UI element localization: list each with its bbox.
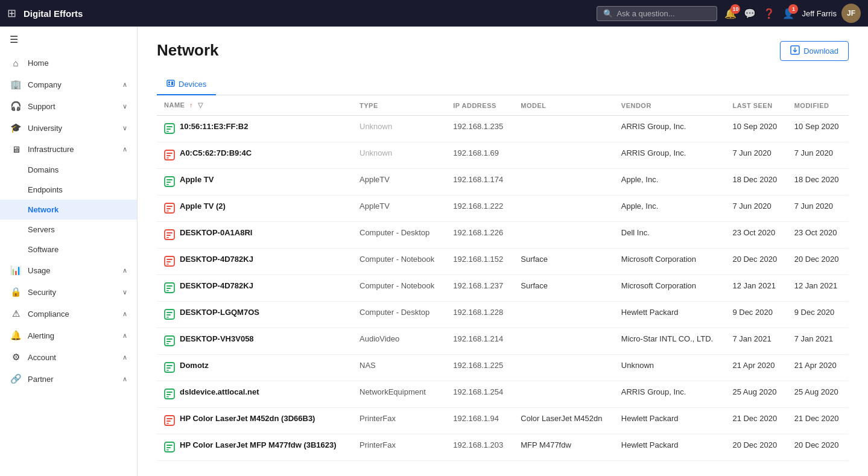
notification-bell[interactable]: 🔔 10 xyxy=(724,8,737,19)
hamburger-button[interactable]: ☰ xyxy=(0,27,137,52)
svg-rect-45 xyxy=(166,370,169,371)
sidebar-item-endpoints[interactable]: Endpoints xyxy=(0,180,137,200)
table-row[interactable]: DESKTOP-4D782KJ Computer - Notebook 192.… xyxy=(157,275,849,302)
cell-modified: 10 Sep 2020 xyxy=(787,116,849,142)
alert-icon[interactable]: 👤 1 xyxy=(782,8,794,19)
sidebar-item-network[interactable]: Network xyxy=(0,200,137,220)
table-row[interactable]: DESKTOP-VH3V058 AudioVideo 192.168.1.214… xyxy=(157,328,849,355)
app-title: Digital Efforts xyxy=(24,8,589,19)
sidebar-label-usage: Usage xyxy=(28,266,51,275)
cell-ip: 192.168.1.235 xyxy=(446,116,513,142)
company-icon: 🏢 xyxy=(10,79,22,90)
sidebar-item-home[interactable]: ⌂ Home xyxy=(0,52,137,74)
svg-rect-8 xyxy=(166,129,171,130)
col-ip[interactable]: IP ADDRESS xyxy=(446,95,513,116)
svg-rect-31 xyxy=(166,285,173,287)
university-icon: 🎓 xyxy=(10,122,22,133)
alert-badge: 1 xyxy=(788,4,798,14)
user-name: Jeff Farris xyxy=(802,9,837,18)
table-row[interactable]: dsldevice.attlocal.net NetworkEquipment … xyxy=(157,381,849,408)
sidebar-item-alerting[interactable]: 🔔 Alerting ∧ xyxy=(0,325,137,346)
cell-model xyxy=(513,195,614,222)
cell-vendor: Hewlett Packard xyxy=(614,302,726,328)
cell-type: Computer - Notebook xyxy=(352,275,446,302)
col-last-seen[interactable]: LAST SEEN xyxy=(725,95,787,116)
sidebar-label-network: Network xyxy=(28,205,59,214)
svg-rect-5 xyxy=(171,81,173,85)
cell-last-seen: 18 Dec 2020 xyxy=(725,169,787,195)
svg-rect-27 xyxy=(166,259,173,260)
cell-last-seen: 7 Jan 2021 xyxy=(725,328,787,355)
chevron-down-icon: ∧ xyxy=(122,145,127,153)
cell-modified: 20 Dec 2020 xyxy=(787,249,849,275)
sidebar-item-partner[interactable]: 🔗 Partner ∧ xyxy=(0,368,137,390)
device-status-icon xyxy=(164,415,175,428)
sidebar-item-compliance[interactable]: ⚠ Compliance ∧ xyxy=(0,303,137,325)
table-row[interactable]: A0:C5:62:7D:B9:4C Unknown 192.168.1.69 A… xyxy=(157,142,849,169)
table-row[interactable]: 10:56:11:E3:FF:B2 Unknown 192.168.1.235 … xyxy=(157,116,849,142)
sidebar-item-infrastructure[interactable]: 🖥 Infrastructure ∧ xyxy=(0,139,137,160)
svg-rect-13 xyxy=(166,157,169,159)
svg-rect-47 xyxy=(166,392,173,393)
search-input[interactable] xyxy=(616,9,707,18)
sidebar-item-software[interactable]: Software xyxy=(0,240,137,259)
cell-last-seen: 25 Aug 2020 xyxy=(725,381,787,408)
table-row[interactable]: HP Color LaserJet M452dn (3D66B3) Printe… xyxy=(157,408,849,434)
col-model[interactable]: MODEL xyxy=(513,95,614,116)
sidebar-label-account: Account xyxy=(28,353,56,362)
cell-vendor: Microsoft Corporation xyxy=(614,249,726,275)
cell-ip: 192.168.1.174 xyxy=(446,169,513,195)
table-row[interactable]: DESKTOP-0A1A8RI Computer - Desktop 192.1… xyxy=(157,222,849,249)
svg-rect-43 xyxy=(166,365,173,366)
svg-rect-19 xyxy=(166,206,173,207)
sidebar-item-company[interactable]: 🏢 Company ∧ xyxy=(0,74,137,95)
sidebar-item-university[interactable]: 🎓 University ∨ xyxy=(0,117,137,139)
cell-model xyxy=(513,142,614,169)
sidebar-item-account[interactable]: ⚙ Account ∧ xyxy=(0,346,137,368)
cell-model: MFP M477fdw xyxy=(513,434,614,461)
apps-icon[interactable]: ⊞ xyxy=(7,7,16,20)
device-status-icon xyxy=(164,203,175,215)
cell-ip: 192.168.1.94 xyxy=(446,408,513,434)
layout: ☰ ⌂ Home 🏢 Company ∧ 🎧 Support ∨ 🎓 Unive… xyxy=(0,27,868,476)
tab-devices[interactable]: Devices xyxy=(157,74,216,95)
svg-rect-25 xyxy=(166,237,169,238)
col-name[interactable]: NAME ↑ ▽ xyxy=(157,95,352,116)
sidebar-label-security: Security xyxy=(28,288,56,297)
sidebar-item-domains[interactable]: Domains xyxy=(0,160,137,180)
sidebar-item-usage[interactable]: 📊 Usage ∧ xyxy=(0,259,137,281)
topbar: ⊞ Digital Efforts 🔍 🔔 10 💬 ❓ 👤 1 Jeff Fa… xyxy=(0,0,868,27)
device-status-icon xyxy=(164,256,175,268)
col-type[interactable]: TYPE xyxy=(352,95,446,116)
sidebar-item-security[interactable]: 🔒 Security ∨ xyxy=(0,281,137,303)
table-row[interactable]: Domotz NAS 192.168.1.225 Unknown 21 Apr … xyxy=(157,355,849,381)
chevron-down-icon: ∧ xyxy=(122,332,127,340)
col-modified[interactable]: MODIFIED xyxy=(787,95,849,116)
col-vendor[interactable]: VENDOR xyxy=(614,95,726,116)
cell-model: Color LaserJet M452dn xyxy=(513,408,614,434)
cell-vendor: Apple, Inc. xyxy=(614,169,726,195)
table-row[interactable]: DESKTOP-4D782KJ Computer - Notebook 192.… xyxy=(157,249,849,275)
download-icon xyxy=(790,45,800,57)
user-menu[interactable]: Jeff Farris JF xyxy=(802,4,861,23)
cell-name: Apple TV xyxy=(157,169,352,195)
table-row[interactable]: DESKTOP-LGQM7OS Computer - Desktop 192.1… xyxy=(157,302,849,328)
help-icon[interactable]: ❓ xyxy=(763,8,775,19)
sidebar-item-support[interactable]: 🎧 Support ∨ xyxy=(0,95,137,117)
cell-ip: 192.168.1.69 xyxy=(446,142,513,169)
table-row[interactable]: Apple TV AppleTV 192.168.1.174 Apple, In… xyxy=(157,169,849,195)
table-row[interactable]: HP Color LaserJet MFP M477fdw (3B1623) P… xyxy=(157,434,849,461)
search-box[interactable]: 🔍 xyxy=(597,6,717,21)
sidebar-item-servers[interactable]: Servers xyxy=(0,220,137,240)
cell-modified: 7 Jun 2020 xyxy=(787,195,849,222)
chevron-down-icon: ∧ xyxy=(122,375,127,383)
cell-ip: 192.168.1.237 xyxy=(446,275,513,302)
download-button[interactable]: Download xyxy=(780,41,849,61)
table-row[interactable]: Apple TV (2) AppleTV 192.168.1.222 Apple… xyxy=(157,195,849,222)
chevron-down-icon: ∨ xyxy=(122,103,127,110)
svg-rect-37 xyxy=(166,317,169,318)
cell-type: Unknown xyxy=(352,116,446,142)
chat-icon[interactable]: 💬 xyxy=(744,8,756,19)
filter-icon[interactable]: ▽ xyxy=(198,101,203,109)
download-label: Download xyxy=(803,46,838,56)
